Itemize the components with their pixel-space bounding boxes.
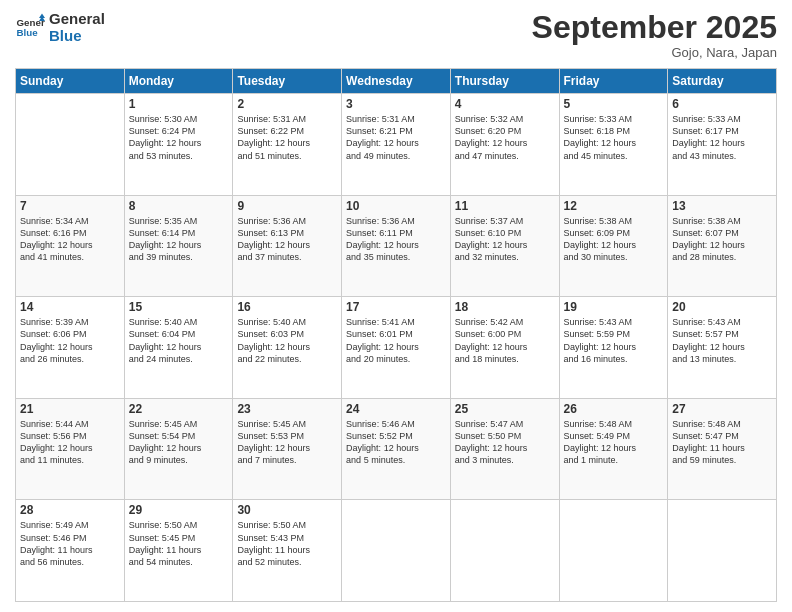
cell-info: Sunrise: 5:41 AM Sunset: 6:01 PM Dayligh… xyxy=(346,316,446,365)
logo: General Blue General Blue xyxy=(15,10,105,45)
calendar-cell: 26Sunrise: 5:48 AM Sunset: 5:49 PM Dayli… xyxy=(559,398,668,500)
calendar-cell xyxy=(668,500,777,602)
calendar-cell: 4Sunrise: 5:32 AM Sunset: 6:20 PM Daylig… xyxy=(450,94,559,196)
day-number: 26 xyxy=(564,402,664,416)
day-number: 6 xyxy=(672,97,772,111)
col-tuesday: Tuesday xyxy=(233,69,342,94)
col-thursday: Thursday xyxy=(450,69,559,94)
cell-info: Sunrise: 5:50 AM Sunset: 5:45 PM Dayligh… xyxy=(129,519,229,568)
col-friday: Friday xyxy=(559,69,668,94)
day-number: 7 xyxy=(20,199,120,213)
day-number: 5 xyxy=(564,97,664,111)
col-saturday: Saturday xyxy=(668,69,777,94)
cell-info: Sunrise: 5:36 AM Sunset: 6:13 PM Dayligh… xyxy=(237,215,337,264)
cell-info: Sunrise: 5:45 AM Sunset: 5:53 PM Dayligh… xyxy=(237,418,337,467)
page: General Blue General Blue September 2025… xyxy=(0,0,792,612)
svg-text:General: General xyxy=(17,17,46,28)
cell-info: Sunrise: 5:33 AM Sunset: 6:17 PM Dayligh… xyxy=(672,113,772,162)
day-number: 10 xyxy=(346,199,446,213)
day-number: 30 xyxy=(237,503,337,517)
calendar-cell: 7Sunrise: 5:34 AM Sunset: 6:16 PM Daylig… xyxy=(16,195,125,297)
day-number: 23 xyxy=(237,402,337,416)
calendar-cell: 27Sunrise: 5:48 AM Sunset: 5:47 PM Dayli… xyxy=(668,398,777,500)
calendar-cell: 3Sunrise: 5:31 AM Sunset: 6:21 PM Daylig… xyxy=(342,94,451,196)
calendar-cell: 5Sunrise: 5:33 AM Sunset: 6:18 PM Daylig… xyxy=(559,94,668,196)
header: General Blue General Blue September 2025… xyxy=(15,10,777,60)
calendar-cell: 14Sunrise: 5:39 AM Sunset: 6:06 PM Dayli… xyxy=(16,297,125,399)
cell-info: Sunrise: 5:48 AM Sunset: 5:49 PM Dayligh… xyxy=(564,418,664,467)
day-number: 19 xyxy=(564,300,664,314)
calendar-cell: 21Sunrise: 5:44 AM Sunset: 5:56 PM Dayli… xyxy=(16,398,125,500)
calendar-cell: 29Sunrise: 5:50 AM Sunset: 5:45 PM Dayli… xyxy=(124,500,233,602)
cell-info: Sunrise: 5:38 AM Sunset: 6:09 PM Dayligh… xyxy=(564,215,664,264)
calendar-cell: 1Sunrise: 5:30 AM Sunset: 6:24 PM Daylig… xyxy=(124,94,233,196)
calendar-cell xyxy=(16,94,125,196)
cell-info: Sunrise: 5:42 AM Sunset: 6:00 PM Dayligh… xyxy=(455,316,555,365)
calendar-cell: 2Sunrise: 5:31 AM Sunset: 6:22 PM Daylig… xyxy=(233,94,342,196)
title-block: September 2025 Gojo, Nara, Japan xyxy=(532,10,777,60)
cell-info: Sunrise: 5:31 AM Sunset: 6:21 PM Dayligh… xyxy=(346,113,446,162)
day-number: 4 xyxy=(455,97,555,111)
calendar-cell xyxy=(342,500,451,602)
cell-info: Sunrise: 5:37 AM Sunset: 6:10 PM Dayligh… xyxy=(455,215,555,264)
calendar-cell: 9Sunrise: 5:36 AM Sunset: 6:13 PM Daylig… xyxy=(233,195,342,297)
calendar-cell: 8Sunrise: 5:35 AM Sunset: 6:14 PM Daylig… xyxy=(124,195,233,297)
day-number: 22 xyxy=(129,402,229,416)
cell-info: Sunrise: 5:38 AM Sunset: 6:07 PM Dayligh… xyxy=(672,215,772,264)
calendar-table: Sunday Monday Tuesday Wednesday Thursday… xyxy=(15,68,777,602)
cell-info: Sunrise: 5:34 AM Sunset: 6:16 PM Dayligh… xyxy=(20,215,120,264)
cell-info: Sunrise: 5:39 AM Sunset: 6:06 PM Dayligh… xyxy=(20,316,120,365)
cell-info: Sunrise: 5:35 AM Sunset: 6:14 PM Dayligh… xyxy=(129,215,229,264)
day-number: 11 xyxy=(455,199,555,213)
cell-info: Sunrise: 5:43 AM Sunset: 5:57 PM Dayligh… xyxy=(672,316,772,365)
day-number: 27 xyxy=(672,402,772,416)
cell-info: Sunrise: 5:46 AM Sunset: 5:52 PM Dayligh… xyxy=(346,418,446,467)
week-row-5: 28Sunrise: 5:49 AM Sunset: 5:46 PM Dayli… xyxy=(16,500,777,602)
month-title: September 2025 xyxy=(532,10,777,45)
cell-info: Sunrise: 5:30 AM Sunset: 6:24 PM Dayligh… xyxy=(129,113,229,162)
calendar-cell: 15Sunrise: 5:40 AM Sunset: 6:04 PM Dayli… xyxy=(124,297,233,399)
day-number: 12 xyxy=(564,199,664,213)
day-number: 29 xyxy=(129,503,229,517)
calendar-cell: 25Sunrise: 5:47 AM Sunset: 5:50 PM Dayli… xyxy=(450,398,559,500)
calendar-cell: 22Sunrise: 5:45 AM Sunset: 5:54 PM Dayli… xyxy=(124,398,233,500)
cell-info: Sunrise: 5:47 AM Sunset: 5:50 PM Dayligh… xyxy=(455,418,555,467)
cell-info: Sunrise: 5:36 AM Sunset: 6:11 PM Dayligh… xyxy=(346,215,446,264)
location-subtitle: Gojo, Nara, Japan xyxy=(532,45,777,60)
calendar-cell xyxy=(450,500,559,602)
week-row-1: 1Sunrise: 5:30 AM Sunset: 6:24 PM Daylig… xyxy=(16,94,777,196)
calendar-cell: 17Sunrise: 5:41 AM Sunset: 6:01 PM Dayli… xyxy=(342,297,451,399)
day-number: 2 xyxy=(237,97,337,111)
week-row-2: 7Sunrise: 5:34 AM Sunset: 6:16 PM Daylig… xyxy=(16,195,777,297)
cell-info: Sunrise: 5:48 AM Sunset: 5:47 PM Dayligh… xyxy=(672,418,772,467)
calendar-cell: 10Sunrise: 5:36 AM Sunset: 6:11 PM Dayli… xyxy=(342,195,451,297)
calendar-cell: 13Sunrise: 5:38 AM Sunset: 6:07 PM Dayli… xyxy=(668,195,777,297)
week-row-4: 21Sunrise: 5:44 AM Sunset: 5:56 PM Dayli… xyxy=(16,398,777,500)
day-number: 17 xyxy=(346,300,446,314)
day-number: 15 xyxy=(129,300,229,314)
week-row-3: 14Sunrise: 5:39 AM Sunset: 6:06 PM Dayli… xyxy=(16,297,777,399)
day-number: 13 xyxy=(672,199,772,213)
logo-blue: Blue xyxy=(49,27,105,44)
col-wednesday: Wednesday xyxy=(342,69,451,94)
day-number: 9 xyxy=(237,199,337,213)
calendar-cell xyxy=(559,500,668,602)
cell-info: Sunrise: 5:43 AM Sunset: 5:59 PM Dayligh… xyxy=(564,316,664,365)
cell-info: Sunrise: 5:45 AM Sunset: 5:54 PM Dayligh… xyxy=(129,418,229,467)
logo-general: General xyxy=(49,10,105,27)
day-number: 3 xyxy=(346,97,446,111)
calendar-cell: 12Sunrise: 5:38 AM Sunset: 6:09 PM Dayli… xyxy=(559,195,668,297)
cell-info: Sunrise: 5:44 AM Sunset: 5:56 PM Dayligh… xyxy=(20,418,120,467)
calendar-cell: 28Sunrise: 5:49 AM Sunset: 5:46 PM Dayli… xyxy=(16,500,125,602)
day-number: 18 xyxy=(455,300,555,314)
calendar-cell: 19Sunrise: 5:43 AM Sunset: 5:59 PM Dayli… xyxy=(559,297,668,399)
day-number: 16 xyxy=(237,300,337,314)
day-number: 14 xyxy=(20,300,120,314)
calendar-cell: 16Sunrise: 5:40 AM Sunset: 6:03 PM Dayli… xyxy=(233,297,342,399)
day-number: 21 xyxy=(20,402,120,416)
day-number: 20 xyxy=(672,300,772,314)
cell-info: Sunrise: 5:40 AM Sunset: 6:04 PM Dayligh… xyxy=(129,316,229,365)
day-number: 28 xyxy=(20,503,120,517)
day-number: 8 xyxy=(129,199,229,213)
cell-info: Sunrise: 5:49 AM Sunset: 5:46 PM Dayligh… xyxy=(20,519,120,568)
